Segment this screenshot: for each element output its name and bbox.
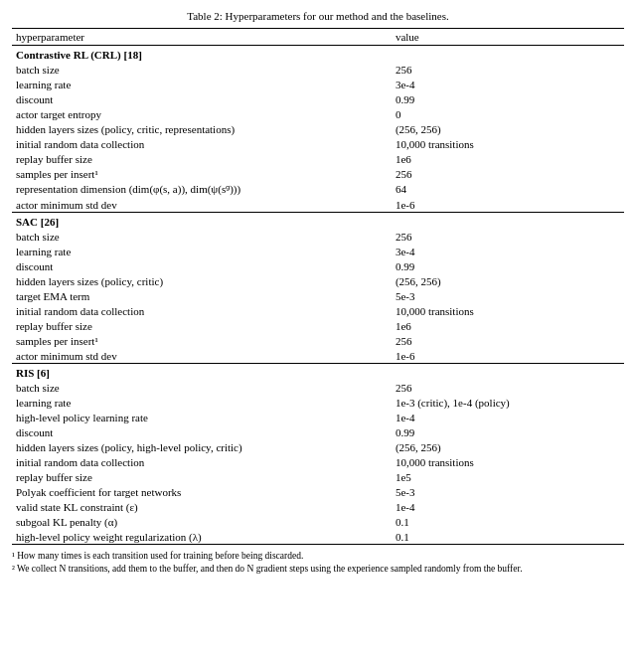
table-row: discount0.99 (12, 424, 624, 439)
table-row: learning rate1e-3 (critic), 1e-4 (policy… (12, 395, 624, 410)
param-cell: initial random data collection (12, 136, 392, 151)
section-header-0: Contrastive RL (CRL) [18] (12, 46, 624, 63)
table-row: hidden layers sizes (policy, high-level … (12, 439, 624, 454)
value-cell: 0.99 (392, 91, 624, 106)
table-row: actor minimum std dev1e-6 (12, 197, 624, 213)
table-row: discount0.99 (12, 258, 624, 273)
table-row: batch size256 (12, 380, 624, 395)
param-cell: actor minimum std dev (12, 348, 392, 364)
param-cell: learning rate (12, 395, 392, 410)
param-cell: replay buffer size (12, 469, 392, 484)
value-cell: 0.1 (392, 529, 624, 545)
value-cell: 1e-6 (392, 197, 624, 213)
param-cell: hidden layers sizes (policy, high-level … (12, 439, 392, 454)
table-row: initial random data collection10,000 tra… (12, 303, 624, 318)
footnote-1: ¹ How many times is each transition used… (12, 550, 624, 563)
table-row: high-level policy weight regularization … (12, 529, 624, 545)
col-header-value: value (392, 29, 624, 46)
value-cell: 0.99 (392, 258, 624, 273)
param-cell: valid state KL constraint (ε) (12, 499, 392, 514)
param-cell: high-level policy learning rate (12, 410, 392, 424)
table-row: replay buffer size1e5 (12, 469, 624, 484)
param-cell: target EMA term (12, 288, 392, 303)
value-cell: 1e-3 (critic), 1e-4 (policy) (392, 395, 624, 410)
table-row: batch size256 (12, 229, 624, 244)
param-cell: representation dimension (dim(φ(s, a)), … (12, 181, 392, 197)
param-cell: hidden layers sizes (policy, critic) (12, 273, 392, 288)
value-cell: 5e-3 (392, 288, 624, 303)
table-row: learning rate3e-4 (12, 77, 624, 91)
table-row: representation dimension (dim(φ(s, a)), … (12, 181, 624, 197)
section-title-1: SAC [26] (12, 213, 624, 230)
table-row: hidden layers sizes (policy, critic, rep… (12, 121, 624, 136)
value-cell: 10,000 transitions (392, 303, 624, 318)
value-cell: 1e6 (392, 151, 624, 166)
param-cell: discount (12, 258, 392, 273)
footnote-2: ² We collect N transitions, add them to … (12, 563, 624, 576)
value-cell: (256, 256) (392, 121, 624, 136)
value-cell: 3e-4 (392, 244, 624, 258)
value-cell: (256, 256) (392, 439, 624, 454)
table-row: high-level policy learning rate1e-4 (12, 410, 624, 424)
param-cell: samples per insert¹ (12, 333, 392, 348)
value-cell: 256 (392, 229, 624, 244)
section-header-2: RIS [6] (12, 364, 624, 381)
col-header-param: hyperparameter (12, 29, 392, 46)
hyperparameters-table: hyperparameter value Contrastive RL (CRL… (12, 28, 624, 545)
section-title-0: Contrastive RL (CRL) [18] (12, 46, 624, 63)
table-row: subgoal KL penalty (α)0.1 (12, 514, 624, 529)
param-cell: subgoal KL penalty (α) (12, 514, 392, 529)
table-row: valid state KL constraint (ε)1e-4 (12, 499, 624, 514)
value-cell: 1e6 (392, 318, 624, 333)
value-cell: 5e-3 (392, 484, 624, 499)
param-cell: samples per insert¹ (12, 166, 392, 181)
value-cell: 1e-6 (392, 348, 624, 364)
section-header-1: SAC [26] (12, 213, 624, 230)
table-caption: Table 2: Hyperparameters for our method … (12, 10, 624, 22)
value-cell: 64 (392, 181, 624, 197)
table-row: actor target entropy0 (12, 106, 624, 121)
param-cell: actor minimum std dev (12, 197, 392, 213)
value-cell: 3e-4 (392, 77, 624, 91)
param-cell: discount (12, 91, 392, 106)
table-row: initial random data collection10,000 tra… (12, 136, 624, 151)
value-cell: 1e-4 (392, 410, 624, 424)
param-cell: batch size (12, 62, 392, 77)
table-row: replay buffer size1e6 (12, 151, 624, 166)
value-cell: 0.99 (392, 424, 624, 439)
param-cell: Polyak coefficient for target networks (12, 484, 392, 499)
value-cell: 10,000 transitions (392, 136, 624, 151)
param-cell: replay buffer size (12, 151, 392, 166)
table-row: samples per insert¹256 (12, 333, 624, 348)
param-cell: initial random data collection (12, 303, 392, 318)
footnotes-container: ¹ How many times is each transition used… (12, 550, 624, 577)
value-cell: 10,000 transitions (392, 454, 624, 469)
table-row: hidden layers sizes (policy, critic)(256… (12, 273, 624, 288)
value-cell: 256 (392, 333, 624, 348)
table-row: learning rate3e-4 (12, 244, 624, 258)
table-row: replay buffer size1e6 (12, 318, 624, 333)
value-cell: 256 (392, 380, 624, 395)
value-cell: 0.1 (392, 514, 624, 529)
param-cell: initial random data collection (12, 454, 392, 469)
param-cell: high-level policy weight regularization … (12, 529, 392, 545)
table-row: discount0.99 (12, 91, 624, 106)
value-cell: 256 (392, 166, 624, 181)
table-row: initial random data collection10,000 tra… (12, 454, 624, 469)
param-cell: replay buffer size (12, 318, 392, 333)
value-cell: 0 (392, 106, 624, 121)
table-row: actor minimum std dev1e-6 (12, 348, 624, 364)
value-cell: 1e-4 (392, 499, 624, 514)
table-row: samples per insert¹256 (12, 166, 624, 181)
table-row: batch size256 (12, 62, 624, 77)
param-cell: batch size (12, 229, 392, 244)
param-cell: learning rate (12, 77, 392, 91)
param-cell: batch size (12, 380, 392, 395)
param-cell: discount (12, 424, 392, 439)
section-title-2: RIS [6] (12, 364, 624, 381)
param-cell: learning rate (12, 244, 392, 258)
table-row: target EMA term5e-3 (12, 288, 624, 303)
value-cell: 256 (392, 62, 624, 77)
table-row: Polyak coefficient for target networks5e… (12, 484, 624, 499)
param-cell: hidden layers sizes (policy, critic, rep… (12, 121, 392, 136)
